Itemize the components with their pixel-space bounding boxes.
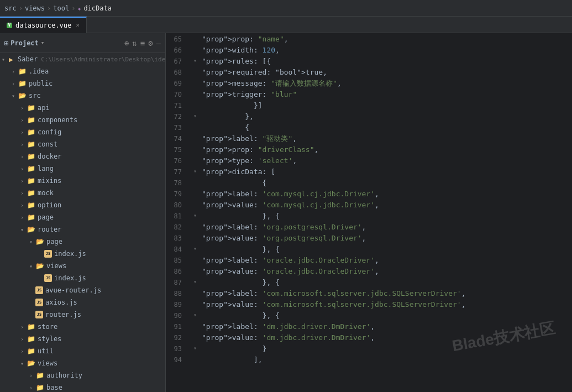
code-line-70: "prop">trigger: "blur": [202, 89, 572, 100]
item-label: src: [29, 92, 41, 100]
item-label: config: [38, 128, 61, 136]
code-line-79: "prop">label: 'com.mysql.cj.jdbc.Driver'…: [202, 189, 572, 200]
sidebar-item-styles[interactable]: › 📁 styles: [0, 333, 165, 345]
sidebar-item-lang[interactable]: › 📁 lang: [0, 163, 165, 175]
breadcrumb-icon: ⬥: [77, 4, 81, 12]
breadcrumb-src[interactable]: src: [4, 4, 17, 12]
fold-marker[interactable]: ▾: [193, 243, 197, 254]
folder-icon: 📁: [27, 189, 35, 197]
breadcrumb-tool[interactable]: tool: [53, 4, 69, 12]
sidebar-item-router-page[interactable]: ▾ 📂 page: [0, 236, 165, 248]
sidebar-item-store[interactable]: › 📁 store: [0, 321, 165, 333]
sidebar-item-config[interactable]: › 📁 config: [0, 126, 165, 138]
code-editor: 6566676869707172737475767778798081828384…: [166, 33, 572, 392]
gutter-82: [191, 221, 200, 232]
code-line-68: "prop">required: "bool">true,: [202, 67, 572, 78]
code-line-81: }, {: [202, 211, 572, 222]
sidebar-item-router-views-index[interactable]: JS index.js: [0, 272, 165, 284]
code-line-84: }, {: [202, 244, 572, 255]
item-label: store: [38, 323, 57, 331]
gutter-68: [191, 66, 200, 77]
folder-icon: 📁: [27, 116, 35, 124]
sidebar-tree: ▾ ▶ Saber C:\Users\Administrator\Desktop…: [0, 53, 165, 392]
folder-open-icon: 📂: [27, 359, 35, 368]
sidebar-item-axios-js[interactable]: JS axios.js: [0, 296, 165, 309]
item-label: api: [38, 104, 50, 112]
sidebar-item-authority[interactable]: › 📁 authority: [0, 369, 165, 381]
add-icon[interactable]: ⊕: [124, 39, 129, 48]
line-number-86: 86: [166, 266, 186, 277]
fold-marker[interactable]: ▾: [193, 343, 197, 354]
item-label: router: [38, 226, 61, 233]
fold-marker[interactable]: ▾: [193, 310, 197, 321]
breadcrumb-current: dicData: [83, 4, 112, 12]
folder-icon: 📁: [27, 347, 35, 356]
sidebar-item-router-js[interactable]: JS router.js: [0, 309, 165, 321]
sidebar-item-components[interactable]: › 📁 components: [0, 114, 165, 126]
sidebar-item-util[interactable]: › 📁 util: [0, 345, 165, 357]
settings-icon[interactable]: ⚙: [148, 39, 153, 48]
sidebar-item-views[interactable]: ▾ 📂 views: [0, 357, 165, 369]
item-label: styles: [38, 335, 61, 343]
folder-icon: 📁: [27, 164, 35, 173]
sidebar-item-const[interactable]: › 📁 const: [0, 138, 165, 150]
sidebar-item-base[interactable]: › 📁 base: [0, 381, 165, 392]
sidebar-item-api[interactable]: › 📁 api: [0, 102, 165, 114]
expand-icon[interactable]: ⇅: [132, 39, 137, 48]
sidebar-item-router[interactable]: ▾ 📂 router: [0, 223, 165, 236]
code-line-69: "prop">message: "请输入数据源名称",: [202, 78, 572, 89]
sidebar-item-docker[interactable]: › 📁 docker: [0, 150, 165, 163]
item-label: views: [38, 359, 57, 367]
gutter-66: [191, 44, 200, 55]
line-number-73: 73: [166, 122, 186, 133]
sidebar: ⊞ Project ▾ ⊕ ⇅ ≡ ⚙ — ▾ ▶ Saber C:\Users…: [0, 33, 166, 392]
sidebar-item-avue-router[interactable]: JS avue-router.js: [0, 284, 165, 296]
code-line-91: "prop">label: 'dm.jdbc.driver.DmDriver',: [202, 321, 572, 332]
sidebar-item-idea[interactable]: › 📁 .idea: [0, 65, 165, 77]
line-number-82: 82: [166, 222, 186, 233]
close-sidebar-icon[interactable]: —: [156, 39, 161, 48]
sidebar-item-option[interactable]: › 📁 option: [0, 199, 165, 211]
line-number-91: 91: [166, 321, 186, 332]
code-line-73: {: [202, 122, 572, 133]
folder-icon: ▶: [7, 55, 15, 64]
sidebar-item-mixins[interactable]: › 📁 mixins: [0, 175, 165, 187]
fold-marker[interactable]: ▾: [193, 111, 197, 122]
vue-icon: V: [7, 23, 12, 28]
sidebar-item-public[interactable]: › 📁 public: [0, 77, 165, 90]
close-icon[interactable]: ×: [76, 22, 80, 29]
fold-marker[interactable]: ▾: [193, 210, 197, 221]
fold-marker[interactable]: ▾: [193, 166, 197, 177]
line-number-74: 74: [166, 133, 186, 144]
sidebar-item-src[interactable]: ▾ 📂 src: [0, 90, 165, 102]
code-line-65: "prop">prop: "name",: [202, 34, 572, 45]
gutter-72: ▾: [191, 111, 200, 122]
js-file-icon: JS: [44, 274, 52, 282]
line-number-89: 89: [166, 299, 186, 310]
item-label: mock: [38, 189, 54, 197]
sidebar-item-router-views[interactable]: ▾ 📂 views: [0, 260, 165, 272]
item-label: const: [38, 140, 57, 148]
code-line-90: }, {: [202, 310, 572, 321]
collapse-icon[interactable]: ≡: [140, 39, 145, 48]
grid-icon: ⊞: [4, 39, 8, 47]
tab-datasource[interactable]: V datasource.vue ×: [0, 17, 87, 33]
code-line-88: "prop">label: 'com.microsoft.sqlserver.j…: [202, 288, 572, 299]
item-label: option: [38, 201, 61, 209]
tab-bar: V datasource.vue ×: [0, 17, 572, 33]
sidebar-header: ⊞ Project ▾ ⊕ ⇅ ≡ ⚙ —: [0, 33, 165, 53]
fold-marker[interactable]: ▾: [193, 55, 197, 66]
fold-marker[interactable]: ▾: [193, 276, 197, 288]
breadcrumb-views[interactable]: views: [25, 4, 45, 12]
code-line-74: "prop">label: "驱动类",: [202, 133, 572, 144]
sidebar-item-page[interactable]: › 📁 page: [0, 211, 165, 223]
item-label: base: [46, 384, 62, 391]
sidebar-item-saber[interactable]: ▾ ▶ Saber C:\Users\Administrator\Desktop…: [0, 53, 165, 65]
sidebar-item-mock[interactable]: › 📁 mock: [0, 187, 165, 199]
code-line-76: "prop">type: 'select',: [202, 155, 572, 166]
gutter-80: [191, 199, 200, 210]
gutter-94: [191, 354, 200, 365]
item-label: page: [38, 213, 54, 221]
code-line-77: "prop">dicData: [: [202, 166, 572, 177]
sidebar-item-router-page-index[interactable]: JS index.js: [0, 248, 165, 260]
